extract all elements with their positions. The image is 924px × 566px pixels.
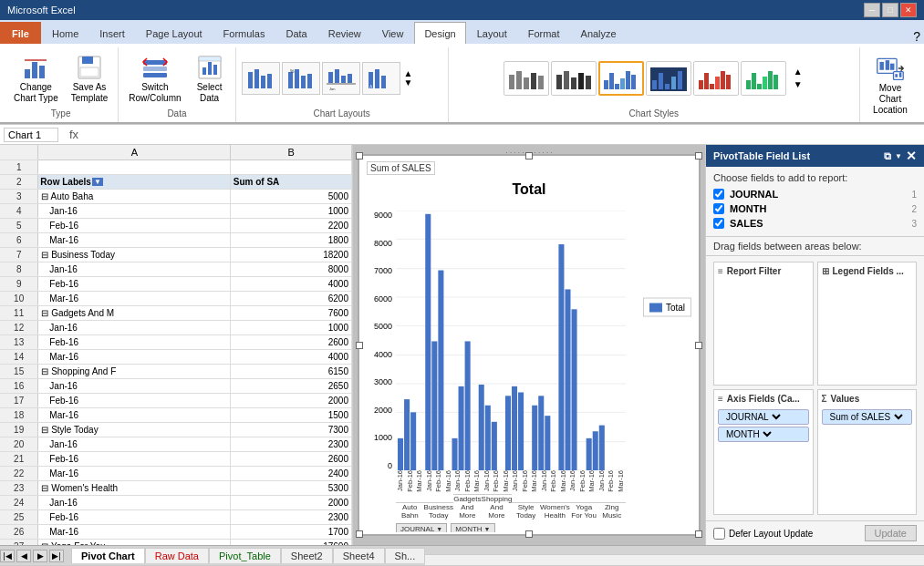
update-button[interactable]: Update bbox=[865, 525, 917, 541]
col-header-b[interactable]: B bbox=[231, 145, 352, 160]
chart-legend: Total bbox=[643, 298, 691, 317]
sheet-tab-sh[interactable]: Sh... bbox=[385, 548, 426, 563]
sheet-tab-pivot-chart[interactable]: Pivot Chart bbox=[71, 548, 145, 563]
svg-rect-17 bbox=[267, 74, 272, 88]
handle-tr[interactable] bbox=[695, 152, 702, 160]
values-label: Values bbox=[831, 394, 860, 404]
svg-rect-66 bbox=[773, 75, 778, 89]
handle-tm[interactable] bbox=[525, 152, 533, 160]
handle-tl[interactable] bbox=[356, 152, 363, 160]
tab-nav-next[interactable]: ▶ bbox=[33, 550, 47, 562]
axis-field-month-select[interactable]: MONTH bbox=[722, 428, 774, 440]
handle-bl[interactable] bbox=[356, 530, 363, 538]
handle-br[interactable] bbox=[695, 530, 702, 538]
change-chart-type-button[interactable]: ChangeChart Type bbox=[9, 50, 63, 107]
svg-rect-64 bbox=[763, 77, 767, 89]
tab-nav-last[interactable]: ▶| bbox=[49, 550, 64, 562]
pivot-panel-menu-icon[interactable]: ▼ bbox=[895, 152, 902, 160]
chart-layout-1[interactable] bbox=[242, 62, 280, 95]
tab-nav-first[interactable]: |◀ bbox=[0, 550, 15, 562]
restore-button[interactable]: □ bbox=[882, 3, 898, 17]
tab-file[interactable]: File bbox=[0, 22, 41, 44]
formula-input[interactable] bbox=[84, 129, 920, 140]
chart-layouts-scroll[interactable]: ▲ ▼ bbox=[402, 67, 415, 89]
axis-field-journal-select[interactable]: JOURNAL bbox=[722, 411, 784, 423]
ribbon-tabs: File Home Insert Page Layout Formulas Da… bbox=[0, 20, 924, 44]
sheet-tab-sheet2[interactable]: Sheet2 bbox=[281, 548, 333, 563]
tab-data[interactable]: Data bbox=[275, 22, 317, 44]
col-header-a[interactable]: A bbox=[38, 145, 231, 160]
name-box[interactable] bbox=[4, 128, 58, 142]
sheet-tab-pivot-table[interactable]: Pivot_Table bbox=[209, 548, 281, 563]
sheet-tab-sheet4[interactable]: Sheet4 bbox=[333, 548, 385, 563]
tab-insert[interactable]: Insert bbox=[89, 22, 135, 44]
pivot-field-sales: SALES 3 bbox=[713, 216, 917, 231]
help-button[interactable]: ? bbox=[913, 29, 920, 44]
svg-rect-39 bbox=[564, 71, 569, 89]
ribbon-group-chart-styles: ▲ ▼ Chart Styles bbox=[449, 47, 860, 122]
svg-rect-53 bbox=[671, 77, 676, 89]
save-as-template-button[interactable]: Save AsTemplate bbox=[67, 50, 113, 107]
chart-style-1[interactable] bbox=[504, 61, 549, 96]
chart-layout-3[interactable]: Jan bbox=[322, 62, 360, 95]
tab-layout[interactable]: Layout bbox=[467, 22, 517, 44]
tab-analyze[interactable]: Analyze bbox=[571, 22, 627, 44]
chart-box[interactable]: Sum of SALES Total bbox=[358, 154, 701, 536]
tab-view[interactable]: View bbox=[372, 22, 414, 44]
tab-format[interactable]: Format bbox=[518, 22, 570, 44]
tab-formulas[interactable]: Formulas bbox=[213, 22, 275, 44]
chart-layout-4[interactable]: A bbox=[362, 62, 400, 95]
axis-field-month-tag[interactable]: MONTH bbox=[718, 427, 809, 442]
values-sum-of-sales-select[interactable]: Sum of SALES bbox=[826, 411, 906, 423]
chart-layout-2[interactable]: % bbox=[282, 62, 320, 95]
month-filter[interactable]: MONTH ▼ bbox=[451, 523, 494, 532]
switch-row-col-button[interactable]: SwitchRow/Column bbox=[124, 50, 185, 107]
tab-review[interactable]: Review bbox=[318, 22, 371, 44]
pivot-panel-close[interactable]: ✕ bbox=[906, 149, 917, 163]
chart-style-3[interactable] bbox=[598, 61, 644, 96]
tab-design[interactable]: Design bbox=[414, 22, 465, 44]
switch-row-col-label: SwitchRow/Column bbox=[129, 82, 181, 104]
tab-home[interactable]: Home bbox=[42, 22, 88, 44]
move-chart-button[interactable]: MoveChartLocation bbox=[866, 51, 915, 118]
pivot-panel: PivotTable Field List ⧉ ▼ ✕ Choose field… bbox=[705, 145, 924, 545]
pivot-field-sales-checkbox[interactable] bbox=[713, 218, 724, 229]
pivot-field-month-checkbox[interactable] bbox=[713, 203, 724, 214]
chart-style-4[interactable] bbox=[646, 61, 691, 96]
chart-style-6[interactable] bbox=[741, 61, 786, 96]
pivot-area-report-filter: ≡ Report Filter bbox=[713, 262, 814, 386]
close-button[interactable]: ✕ bbox=[900, 3, 917, 17]
horizontal-scrollbar[interactable] bbox=[425, 554, 924, 565]
table-row: 11⊟ Gadgets And M7600 bbox=[0, 306, 352, 321]
chart-layouts-content: % Jan A ▲ ▼ bbox=[242, 49, 442, 107]
svg-rect-85 bbox=[404, 399, 410, 470]
chart-styles-scroll[interactable]: ▲ ▼ bbox=[792, 64, 805, 93]
save-as-template-label: Save AsTemplate bbox=[71, 82, 109, 104]
legend-label-total: Total bbox=[666, 303, 685, 313]
svg-rect-41 bbox=[578, 73, 584, 89]
values-sum-of-sales-tag[interactable]: Sum of SALES bbox=[822, 409, 913, 425]
axis-field-journal-tag[interactable]: JOURNAL bbox=[718, 409, 809, 425]
svg-rect-101 bbox=[545, 416, 550, 470]
pivot-field-journal-num: 1 bbox=[911, 190, 917, 200]
handle-mr[interactable] bbox=[695, 342, 702, 349]
tab-nav-prev[interactable]: ◀ bbox=[16, 550, 31, 562]
defer-layout-checkbox[interactable] bbox=[713, 528, 725, 540]
tab-page-layout[interactable]: Page Layout bbox=[136, 22, 213, 44]
chart-style-5[interactable] bbox=[693, 61, 739, 96]
journal-filter[interactable]: JOURNAL ▼ bbox=[396, 523, 447, 532]
svg-rect-57 bbox=[710, 84, 714, 89]
app-title: Microsoft Excel bbox=[7, 5, 76, 15]
ribbon-content: ChangeChart Type Save AsTemplate Type bbox=[0, 44, 924, 124]
svg-rect-71 bbox=[894, 72, 904, 80]
chart-style-2[interactable] bbox=[551, 61, 597, 96]
pivot-field-journal-checkbox[interactable] bbox=[713, 189, 724, 200]
svg-text:%: % bbox=[290, 68, 295, 74]
pivot-panel-copy-icon[interactable]: ⧉ bbox=[884, 150, 891, 162]
minimize-button[interactable]: ─ bbox=[864, 3, 880, 17]
table-row: 3⊟ Auto Baha5000 bbox=[0, 190, 352, 204]
ribbon: File Home Insert Page Layout Formulas Da… bbox=[0, 20, 924, 125]
row-labels-dropdown[interactable]: ▼ bbox=[92, 178, 103, 186]
select-data-button[interactable]: SelectData bbox=[190, 50, 230, 107]
sheet-tab-raw-data[interactable]: Raw Data bbox=[145, 548, 209, 563]
